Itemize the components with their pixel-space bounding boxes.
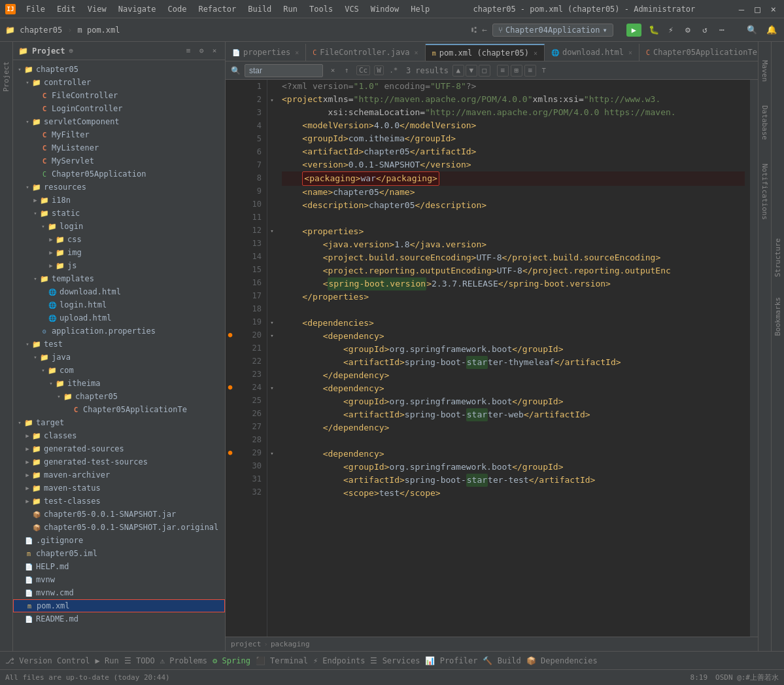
tree-arrow-23[interactable]: ▾ [39, 366, 47, 374]
tree-arrow-29[interactable]: ▶ [24, 445, 31, 453]
search-clear-icon[interactable]: × [327, 65, 339, 77]
tree-item-25[interactable]: ▾ 📁 chapter05 [13, 390, 225, 403]
panel-close-icon[interactable]: × [209, 46, 220, 56]
menu-view[interactable]: View [85, 3, 109, 15]
tree-item-10[interactable]: ▶ 📁 i18n [13, 194, 225, 207]
tree-item-21[interactable]: ▾ 📁 test [13, 338, 225, 351]
fold-arrow-20[interactable]: ▾ [267, 328, 277, 342]
bottom-tab-vcs[interactable]: ⎇ Version Control [5, 656, 90, 665]
tree-arrow-41[interactable] [16, 602, 24, 610]
tree-item-36[interactable]: 📄 .gitignore [13, 534, 225, 547]
tree-item-40[interactable]: 📄 mvnw.cmd [13, 586, 225, 599]
alert-icon[interactable]: 🔔 [764, 23, 779, 37]
right-scrollbar[interactable] [750, 80, 758, 637]
database-label[interactable]: Database [760, 105, 769, 140]
tree-item-37[interactable]: m chapter05.iml [13, 547, 225, 560]
tree-arrow-24[interactable]: ▾ [47, 379, 55, 387]
vcs-icon[interactable]: ⑆ [471, 25, 477, 35]
tree-arrow-35[interactable] [24, 523, 31, 531]
maximize-button[interactable]: □ [752, 4, 762, 14]
tree-item-33[interactable]: ▶ 📁 test-classes [13, 495, 225, 508]
tree-item-34[interactable]: 📦 chapter05-0.0.1-SNAPSHOT.jar [13, 508, 225, 521]
tree-arrow-19[interactable] [39, 314, 47, 322]
tab-close-pomxml[interactable]: × [534, 50, 537, 57]
menu-navigate[interactable]: Navigate [116, 3, 159, 15]
menu-code[interactable]: Code [165, 3, 190, 15]
menu-window[interactable]: Window [368, 3, 401, 15]
fold-arrow-24[interactable]: ▾ [267, 381, 277, 394]
tree-arrow-11[interactable]: ▾ [31, 209, 39, 217]
menu-help[interactable]: Help [408, 3, 432, 15]
menu-refactor[interactable]: Refactor [196, 3, 239, 15]
menu-tools[interactable]: Tools [307, 3, 335, 15]
tree-item-0[interactable]: ▾ 📁 chapter05 [13, 63, 225, 76]
tab-filecontroller[interactable]: C FileController.java × [306, 44, 425, 61]
tree-arrow-28[interactable]: ▶ [24, 432, 31, 440]
tree-arrow-9[interactable]: ▾ [24, 183, 31, 191]
tree-item-9[interactable]: ▾ 📁 resources [13, 181, 225, 194]
reload-icon[interactable]: ↺ [698, 23, 712, 37]
tab-close-downloadhtml[interactable]: × [628, 49, 632, 56]
search-word-icon[interactable]: W [374, 65, 384, 75]
bookmarks-label[interactable]: Bookmarks [774, 297, 782, 336]
search-all-icon[interactable]: ⊞ [511, 65, 522, 77]
breadcrumb-project[interactable]: project [231, 640, 261, 648]
tree-item-19[interactable]: 🌐 upload.html [13, 311, 225, 325]
search-filter-icon[interactable]: ⊤ [538, 65, 550, 77]
tab-close-filecontroller[interactable]: × [415, 49, 418, 56]
tree-item-18[interactable]: 🌐 login.html [13, 298, 225, 311]
tree-item-3[interactable]: C LoginController [13, 102, 225, 115]
tree-arrow-3[interactable] [31, 105, 39, 113]
tree-arrow-25[interactable]: ▾ [55, 393, 63, 400]
bottom-tab-dependencies[interactable]: 📦 Dependencies [526, 656, 598, 665]
tree-item-32[interactable]: ▶ 📁 maven-status [13, 482, 225, 495]
search-input[interactable] [245, 64, 323, 77]
tree-item-5[interactable]: C MyFilter [13, 128, 225, 141]
tree-arrow-5[interactable] [31, 131, 39, 139]
tree-item-38[interactable]: 📄 HELP.md [13, 560, 225, 573]
search-prev-btn[interactable]: ▲ [452, 65, 464, 77]
panel-collapse-icon[interactable]: ≡ [183, 46, 194, 56]
tree-item-6[interactable]: C MyListener [13, 141, 225, 154]
menu-bar[interactable]: File Edit View Navigate Code Refactor Bu… [24, 3, 432, 15]
tree-arrow-37[interactable] [16, 550, 24, 557]
tree-arrow-8[interactable] [31, 170, 39, 178]
tree-item-15[interactable]: ▶ 📁 js [13, 259, 225, 272]
breadcrumb-packaging[interactable]: packaging [271, 640, 310, 648]
bottom-tab-terminal[interactable]: ⬛ Terminal [256, 656, 308, 665]
bottom-tab-todo[interactable]: ☰ TODO [124, 656, 155, 665]
tree-arrow-39[interactable] [16, 576, 24, 584]
tab-downloadhtml[interactable]: 🌐 download.html × [545, 44, 639, 61]
tab-properties[interactable]: 📄 properties × [226, 44, 306, 61]
tree-item-11[interactable]: ▾ 📁 static [13, 207, 225, 220]
tree-item-42[interactable]: 📄 README.md [13, 612, 225, 625]
tree-item-35[interactable]: 📦 chapter05-0.0.1-SNAPSHOT.jar.original [13, 521, 225, 534]
tree-item-16[interactable]: ▾ 📁 templates [13, 272, 225, 285]
tree-item-28[interactable]: ▶ 📁 classes [13, 429, 225, 442]
search-close-icon[interactable]: ≡ [524, 65, 536, 77]
fold-arrow-29[interactable]: ▾ [267, 446, 277, 459]
tree-arrow-0[interactable]: ▾ [16, 65, 24, 73]
tree-item-31[interactable]: ▶ 📁 maven-archiver [13, 468, 225, 482]
tree-item-17[interactable]: 🌐 download.html [13, 285, 225, 298]
search-regex-icon[interactable]: .* [388, 65, 400, 77]
tree-item-27[interactable]: ▾ 📁 target [13, 416, 225, 429]
tree-item-2[interactable]: C FileController [13, 89, 225, 102]
tree-arrow-40[interactable] [16, 589, 24, 597]
tree-arrow-14[interactable]: ▶ [47, 249, 55, 256]
tree-arrow-30[interactable]: ▶ [24, 458, 31, 466]
tree-arrow-1[interactable]: ▾ [24, 79, 31, 86]
tree-arrow-13[interactable]: ▶ [47, 236, 55, 243]
tree-item-30[interactable]: ▶ 📁 generated-test-sources [13, 455, 225, 468]
tree-arrow-33[interactable]: ▶ [24, 497, 31, 505]
tree-item-41[interactable]: m pom.xml [13, 599, 225, 612]
tab-apptests[interactable]: C Chapter05ApplicationTests.java × [639, 44, 758, 61]
minimize-button[interactable]: — [736, 4, 747, 14]
search-prev-icon[interactable]: ↑ [341, 65, 352, 77]
branch-selector[interactable]: ⑂ Chapter04Application ▾ [492, 24, 613, 37]
menu-file[interactable]: File [24, 3, 48, 15]
tree-arrow-21[interactable]: ▾ [24, 340, 31, 348]
tree-arrow-18[interactable] [39, 301, 47, 309]
tree-item-29[interactable]: ▶ 📁 generated-sources [13, 442, 225, 455]
bottom-tab-services[interactable]: ☰ Services [370, 656, 420, 665]
